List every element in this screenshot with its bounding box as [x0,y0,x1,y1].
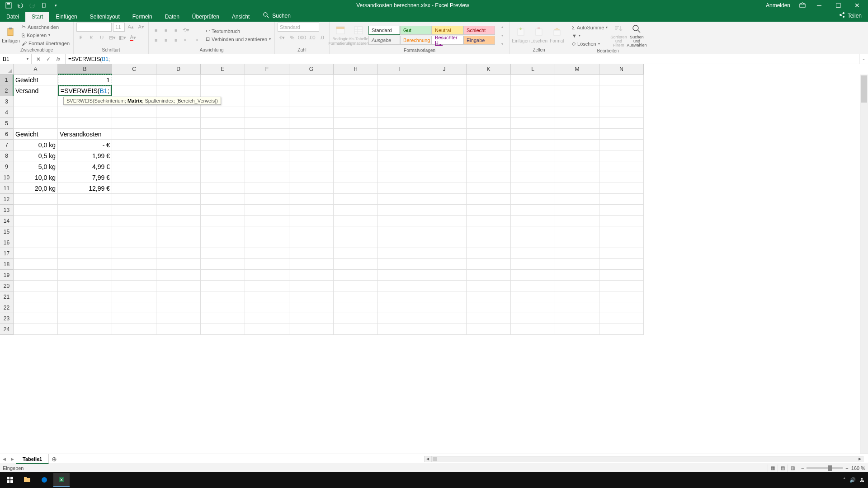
cell-A22[interactable] [14,302,58,313]
cell-F4[interactable] [245,107,289,118]
number-format-select[interactable] [278,23,319,32]
cut-button[interactable]: ✂Ausschneiden [21,23,71,31]
cell-M2[interactable] [555,85,599,96]
cell-D8[interactable] [156,150,201,161]
customize-qat-icon[interactable]: ▾ [51,0,61,10]
cell-J16[interactable] [422,237,467,248]
increase-decimal-icon[interactable]: .00 [307,33,316,42]
cell-B4[interactable] [58,107,112,118]
cell-F10[interactable] [245,172,289,183]
cell-C16[interactable] [112,237,156,248]
cell-L12[interactable] [511,194,555,205]
row-header-20[interactable]: 20 [0,281,14,291]
cell-N14[interactable] [599,216,644,226]
cell-H13[interactable] [334,205,378,216]
signin-link[interactable]: Anmelden [761,2,795,9]
cell-A13[interactable] [14,205,58,216]
cell-N7[interactable] [599,140,644,150]
cell-A3[interactable] [14,96,58,107]
align-center-icon[interactable]: ≡ [161,36,170,44]
cell-M21[interactable] [555,291,599,302]
cell-M17[interactable] [555,248,599,259]
tell-me-search[interactable]: Suchen [256,9,297,22]
page-layout-view-icon[interactable]: ▤ [778,465,788,472]
cell-I12[interactable] [378,194,422,205]
cell-F1[interactable] [245,75,289,85]
row-header-9[interactable]: 9 [0,161,14,172]
cell-M15[interactable] [555,226,599,237]
cell-C24[interactable] [112,324,156,335]
cell-G24[interactable] [289,324,334,335]
cell-K11[interactable] [467,183,511,194]
cell-N19[interactable] [599,270,644,281]
cell-K19[interactable] [467,270,511,281]
cell-A5[interactable] [14,118,58,129]
start-button[interactable] [2,473,18,487]
undo-icon[interactable] [15,0,25,10]
cell-J5[interactable] [422,118,467,129]
column-header-I[interactable]: I [378,64,422,75]
cell-L3[interactable] [511,96,555,107]
row-header-19[interactable]: 19 [0,270,14,281]
cell-G19[interactable] [289,270,334,281]
cell-F24[interactable] [245,324,289,335]
cell-M3[interactable] [555,96,599,107]
cell-H2[interactable] [334,85,378,96]
cell-J24[interactable] [422,324,467,335]
cell-C7[interactable] [112,140,156,150]
cell-F6[interactable] [245,129,289,140]
cell-J11[interactable] [422,183,467,194]
row-header-23[interactable]: 23 [0,313,14,324]
style-eingabe[interactable]: Eingabe [463,36,495,45]
orientation-icon[interactable]: ⟲▾ [181,26,190,34]
cell-E19[interactable] [201,270,245,281]
cell-I9[interactable] [378,161,422,172]
cell-E16[interactable] [201,237,245,248]
cell-K9[interactable] [467,161,511,172]
style-besuchter[interactable]: Besuchter H... [432,36,463,45]
cell-N20[interactable] [599,281,644,291]
cell-M4[interactable] [555,107,599,118]
cell-D21[interactable] [156,291,201,302]
cell-M22[interactable] [555,302,599,313]
sheet-nav-prev-icon[interactable]: ◀ [0,457,8,461]
styles-scroll-down-icon[interactable]: ▾ [498,31,507,39]
cell-N15[interactable] [599,226,644,237]
edge-icon[interactable] [36,473,52,487]
cell-D17[interactable] [156,248,201,259]
cell-M8[interactable] [555,150,599,161]
cell-B9[interactable]: 4,99 € [58,161,112,172]
cell-B17[interactable] [58,248,112,259]
cell-G11[interactable] [289,183,334,194]
fill-color-icon[interactable]: ◧▾ [118,33,127,42]
align-middle-icon[interactable]: ≡ [161,26,170,34]
cell-C17[interactable] [112,248,156,259]
cell-K3[interactable] [467,96,511,107]
cell-J7[interactable] [422,140,467,150]
cell-N17[interactable] [599,248,644,259]
cell-F19[interactable] [245,270,289,281]
italic-button[interactable]: K [87,33,96,42]
column-header-M[interactable]: M [555,64,599,75]
row-header-1[interactable]: 1 [0,75,14,85]
cell-M23[interactable] [555,313,599,324]
tab-pagelayout[interactable]: Seitenlayout [84,12,126,22]
cell-D1[interactable] [156,75,201,85]
cell-B1[interactable]: 1 [58,75,112,85]
normal-view-icon[interactable]: ▦ [768,465,778,472]
cell-H5[interactable] [334,118,378,129]
cell-N22[interactable] [599,302,644,313]
function-tooltip[interactable]: SVERWEIS(Suchkriterium; Matrix; Spalteni… [63,97,221,105]
cell-C20[interactable] [112,281,156,291]
insert-cells-button[interactable]: Einfügen [513,26,529,44]
row-header-15[interactable]: 15 [0,226,14,237]
cell-G21[interactable] [289,291,334,302]
enter-formula-icon[interactable]: ✓ [43,54,53,64]
cancel-formula-icon[interactable]: ✕ [33,54,43,64]
add-sheet-button[interactable]: ⊕ [49,455,60,463]
tab-home[interactable]: Start [25,12,49,22]
format-as-table-button[interactable]: Als Tabelle formatieren [350,24,367,47]
cell-N13[interactable] [599,205,644,216]
row-header-3[interactable]: 3 [0,96,14,107]
cell-A16[interactable] [14,237,58,248]
